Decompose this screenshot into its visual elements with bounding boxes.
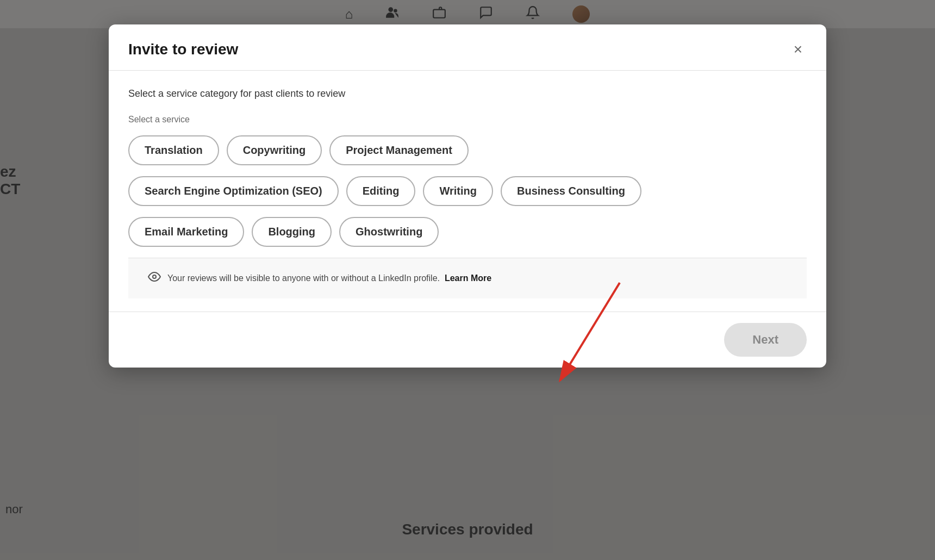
modal-footer: Next — [109, 312, 826, 368]
eye-icon — [148, 270, 161, 287]
modal-header: Invite to review × — [109, 24, 826, 70]
learn-more-link[interactable]: Learn More — [445, 273, 491, 283]
service-tag-writing[interactable]: Writing — [423, 176, 493, 206]
service-row-3: Email Marketing Blogging Ghostwriting — [128, 217, 807, 247]
invite-review-modal: Invite to review × Select a service cate… — [109, 24, 826, 368]
service-tag-blogging[interactable]: Blogging — [252, 217, 332, 247]
close-button[interactable]: × — [789, 40, 807, 59]
service-tag-copywriting[interactable]: Copywriting — [227, 135, 322, 165]
service-tag-project-management[interactable]: Project Management — [329, 135, 469, 165]
service-row-1: Translation Copywriting Project Manageme… — [128, 135, 807, 165]
next-button[interactable]: Next — [724, 323, 807, 357]
service-tag-translation[interactable]: Translation — [128, 135, 219, 165]
service-tag-ghostwriting[interactable]: Ghostwriting — [339, 217, 439, 247]
select-service-label: Select a service — [128, 115, 807, 125]
svg-point-3 — [153, 275, 156, 278]
service-tag-business-consulting[interactable]: Business Consulting — [501, 176, 641, 206]
info-text: Your reviews will be visible to anyone w… — [167, 273, 491, 283]
service-tag-editing[interactable]: Editing — [346, 176, 416, 206]
modal-title: Invite to review — [128, 41, 238, 58]
modal-subtitle: Select a service category for past clien… — [128, 88, 807, 99]
service-tag-seo[interactable]: Search Engine Optimization (SEO) — [128, 176, 339, 206]
service-tag-email-marketing[interactable]: Email Marketing — [128, 217, 244, 247]
service-row-2: Search Engine Optimization (SEO) Editing… — [128, 176, 807, 206]
modal-body: Select a service category for past clien… — [109, 71, 826, 312]
info-banner: Your reviews will be visible to anyone w… — [128, 258, 807, 298]
